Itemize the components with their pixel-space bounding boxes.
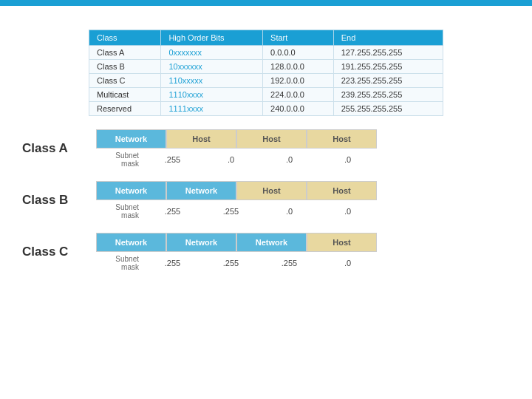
subnet-value: .255 [143,259,202,267]
subnet-value: .0 [260,207,318,216]
subnet-value: .255 [260,259,318,267]
table-row: Class B10xxxxxx128.0.0.0191.255.255.255 [89,60,443,74]
subnet-value: .255 [202,259,260,267]
octet-row: NetworkHostHostHost [96,129,377,149]
octet-row: NetworkNetworkHostHost [96,181,377,200]
table-cell: 240.0.0.0 [263,102,334,116]
subnet-value: .0 [260,155,318,164]
subnet-value: .0 [318,259,377,267]
table-row: Class C110xxxxx192.0.0.0223.255.255.255 [89,74,443,88]
table-header-cell: High Order Bits [161,30,263,46]
subnet-row: Subnet mask.255.255.0.0 [96,203,377,219]
table-cell: 1110xxxx [161,88,263,102]
table-cell: 1111xxxx [161,102,263,116]
classful-table: ClassHigh Order BitsStartEnd Class A0xxx… [89,30,443,116]
subnet-value: .255 [143,207,202,216]
class-section: Class BNetworkNetworkHostHostSubnet mask… [22,181,510,219]
octet-cell: Network [96,181,166,200]
octet-cell: Network [96,129,166,149]
main-table-container: ClassHigh Order BitsStartEnd Class A0xxx… [89,30,510,116]
class-label: Class B [22,193,96,208]
class-diagram: NetworkHostHostHostSubnet mask.255.0.0.0 [96,129,510,168]
subnet-value: .0 [318,207,377,216]
table-cell: Reserved [89,102,161,116]
table-cell: Multicast [89,88,161,102]
subnet-label: Subnet mask [96,151,143,168]
subnet-values: .255.255.0.0 [143,207,377,216]
table-cell: 0.0.0.0 [263,46,334,60]
octet-cell: Host [307,233,377,252]
class-diagram: NetworkNetworkHostHostSubnet mask.255.25… [96,181,510,219]
subnet-value: .255 [202,207,260,216]
table-cell: 255.255.255.255 [333,102,443,116]
octet-cell: Host [166,129,236,149]
class-label: Class C [22,245,96,259]
octet-cell: Host [307,129,377,149]
octet-cell: Network [166,181,236,200]
table-cell: 110xxxxx [161,74,263,88]
table-row: Multicast1110xxxx224.0.0.0239.255.255.25… [89,88,443,102]
table-cell: 239.255.255.255 [333,88,443,102]
subnet-values: .255.0.0.0 [143,155,377,164]
octet-cell: Host [236,181,307,200]
octet-cell: Network [166,233,236,252]
subnet-values: .255.255.255.0 [143,259,377,267]
top-bar [0,0,532,6]
subnet-row: Subnet mask.255.255.255.0 [96,255,377,271]
table-cell: 191.255.255.255 [333,60,443,74]
class-section: Class ANetworkHostHostHostSubnet mask.25… [22,129,510,168]
table-header-cell: Start [263,30,334,46]
table-row: Class A0xxxxxxx0.0.0.0127.255.255.255 [89,46,443,60]
octet-cell: Host [236,129,307,149]
table-cell: Class B [89,60,161,74]
table-cell: Class C [89,74,161,88]
table-header-cell: End [333,30,443,46]
table-cell: 127.255.255.255 [333,46,443,60]
class-diagram: NetworkNetworkNetworkHostSubnet mask.255… [96,233,510,271]
table-cell: 224.0.0.0 [263,88,334,102]
subnet-row: Subnet mask.255.0.0.0 [96,151,377,168]
subnet-label: Subnet mask [96,255,143,271]
table-cell: 10xxxxxx [161,60,263,74]
table-cell: 223.255.255.255 [333,74,443,88]
octet-cell: Host [307,181,377,200]
subnet-value: .255 [143,155,202,164]
table-cell: 192.0.0.0 [263,74,334,88]
table-row: Reserved1111xxxx240.0.0.0255.255.255.255 [89,102,443,116]
octet-cell: Network [236,233,307,252]
table-cell: 128.0.0.0 [263,60,334,74]
table-cell: Class A [89,46,161,60]
table-cell: 0xxxxxxx [161,46,263,60]
octet-cell: Network [96,233,166,252]
table-header-cell: Class [89,30,161,46]
subnet-value: .0 [202,155,260,164]
class-sections: Class ANetworkHostHostHostSubnet mask.25… [22,129,510,271]
subnet-value: .0 [318,155,377,164]
subnet-label: Subnet mask [96,203,143,219]
class-section: Class CNetworkNetworkNetworkHostSubnet m… [22,233,510,271]
class-label: Class A [22,141,96,156]
page-content: ClassHigh Order BitsStartEnd Class A0xxx… [0,6,532,292]
octet-row: NetworkNetworkNetworkHost [96,233,377,252]
